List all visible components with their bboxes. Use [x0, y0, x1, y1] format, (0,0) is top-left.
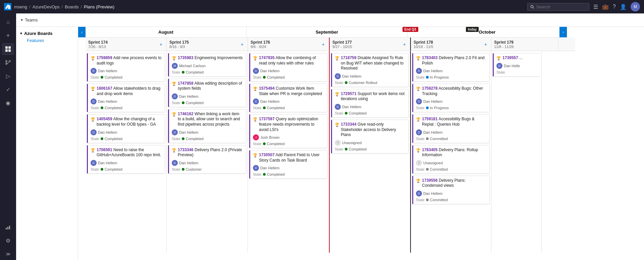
user-icon[interactable]: 👤	[620, 4, 627, 10]
state-dot	[101, 137, 103, 140]
state-dot	[263, 142, 266, 145]
collapse-arrow-icon: ▼	[20, 18, 23, 22]
card-1405459[interactable]: 🏆 1405459 Allow the changing of a backlo…	[87, 114, 165, 143]
state-dot	[345, 148, 347, 150]
search-box[interactable]	[527, 3, 589, 11]
feature-icon: 🏆	[172, 56, 176, 60]
card-1746162[interactable]: 🏆 1746162 When linking a work item to a …	[168, 109, 246, 143]
avatar[interactable]: M	[631, 2, 640, 11]
top-nav: mseng / AzureDevOps / Boards / Plans (Pr…	[0, 0, 644, 13]
feature-icon: 🏆	[496, 56, 501, 60]
card-1735983[interactable]: 🏆 1735983 Engineering Improvements M Mic…	[168, 53, 246, 77]
sprint-174-header: Sprint 174 7/26 - 8/13 +	[86, 38, 167, 51]
card-1733346[interactable]: 🏆 1733346 Delivery Plans 2.0 (Private Pr…	[168, 145, 246, 174]
feature-icon: 🏆	[416, 117, 421, 122]
card-1706591[interactable]: 🏆 1706591 Need to raise the GitHub+Azure…	[87, 145, 165, 174]
sidebar-icon-artifacts[interactable]: ◉	[2, 97, 14, 109]
feature-icon: 🏆	[91, 117, 95, 122]
avatar-jb: J	[253, 134, 259, 140]
card-1759278[interactable]: 🏆 1759278 Accessibility Bugs: Other Trac…	[412, 84, 490, 112]
avatar-dan: D	[172, 93, 178, 99]
card-1606167[interactable]: 🏆 1606167 Allow stakeholders to drag and…	[87, 84, 165, 112]
card-1747935[interactable]: 🏆 1747935 Allow the combining of read on…	[249, 53, 327, 82]
sidebar-icon-expand[interactable]: ≫	[2, 248, 14, 260]
content-area: ▼ Azure Boards Features ‹ August Septemb…	[16, 27, 644, 260]
state-dot	[426, 137, 429, 140]
svg-line-12	[7, 62, 9, 64]
state-dot	[426, 168, 429, 171]
search-icon	[530, 5, 534, 9]
card-1737597[interactable]: 🏆 1737597 Query auto optimization featur…	[249, 114, 327, 148]
feature-icon: 🏆	[172, 112, 176, 117]
svg-rect-14	[7, 227, 8, 229]
svg-point-9	[6, 63, 7, 64]
sep1: /	[29, 4, 31, 9]
feature-icon: 🏆	[335, 56, 339, 60]
team-collapse-icon: ▼	[19, 32, 23, 35]
card-1739557[interactable]: 🏆 1739557 ... D Dan Helle State	[493, 53, 540, 77]
briefcase-icon[interactable]: 💼	[602, 4, 609, 10]
section-name[interactable]: Boards	[65, 4, 78, 9]
sidebar-icon-pipelines[interactable]: ▷	[2, 70, 14, 82]
feature-icon: 🏆	[253, 117, 258, 122]
avatar-dan: D	[91, 98, 97, 104]
card-1575494[interactable]: 🏆 1575494 Customize Work Item State when…	[249, 84, 327, 112]
avatar-dan: D	[91, 68, 97, 74]
avatar-dan: D	[172, 129, 178, 135]
sidebar-icon-home[interactable]: ⌂	[2, 16, 14, 28]
card-1783403[interactable]: 🏆 1783403 Delivery Plans 2.0 Fit and Pol…	[412, 53, 490, 82]
month-september: September	[247, 27, 408, 37]
state-dot	[182, 168, 184, 171]
feature-icon: 🏆	[91, 86, 95, 91]
svg-rect-4	[5, 46, 8, 49]
scroll-right-button[interactable]: ›	[559, 27, 567, 37]
project-name[interactable]: AzureDevOps	[33, 4, 60, 9]
state-dot	[426, 106, 429, 109]
sidebar-icon-testplans[interactable]: ✓	[2, 83, 14, 95]
card-1759181[interactable]: 🏆 1759181 Accessibility Bugs & Replat : …	[412, 114, 490, 143]
state-dot	[182, 137, 184, 140]
card-1718759[interactable]: 🏆 1718759 Disable Assigned To Rule on Bu…	[331, 53, 409, 87]
sidebar-icon-boards[interactable]	[2, 43, 14, 55]
sidebar-icon-settings[interactable]: ⚙	[2, 234, 14, 247]
state-dot	[345, 81, 347, 84]
feature-icon: 🏆	[416, 86, 421, 91]
card-1739556[interactable]: 🏆 1739556 Delivery Plans: Condensed view…	[412, 176, 490, 204]
card-1747858[interactable]: 🏆 1747858 Allow editing description of s…	[168, 79, 246, 107]
avatar-dan: D	[416, 68, 422, 74]
feature-icon: 🏆	[335, 92, 339, 96]
sidebar-icon-repos[interactable]	[2, 56, 14, 69]
month-august: August	[86, 27, 247, 37]
card-1733344[interactable]: 🏆 1733344 Give read-only Stakeholder acc…	[331, 120, 409, 154]
card-1759859[interactable]: 🏆 1759859 Add new process events to audi…	[87, 53, 165, 82]
card-1730507[interactable]: 🏆 1730507 Add Parent Field to User Story…	[249, 150, 327, 179]
svg-point-8	[6, 60, 7, 62]
sprint-177-add-button[interactable]: +	[402, 41, 407, 48]
team-feature-link[interactable]: Features	[16, 37, 78, 44]
list-icon[interactable]: ☰	[593, 4, 598, 10]
card-1729571[interactable]: 🏆 1729571 Support for work items not ite…	[331, 89, 409, 118]
card-1783405[interactable]: 🏆 1783405 Delivery Plans: Rollup Informa…	[412, 145, 490, 174]
sprint-178-header: Sprint 178 10/18 - 11/5 +	[410, 38, 491, 51]
svg-rect-15	[9, 226, 10, 229]
board-area[interactable]: ‹ August September October ›	[78, 27, 644, 260]
feature-icon: 🏆	[253, 153, 258, 158]
sprint-178-add-button[interactable]: +	[483, 41, 488, 48]
avatar-dan: D	[253, 68, 259, 74]
svg-point-10	[9, 60, 10, 62]
avatar-dan: D	[416, 190, 422, 197]
sprint-175-add-button[interactable]: +	[239, 41, 245, 48]
sprint-174-add-button[interactable]: +	[158, 41, 164, 48]
sidebar-icon-new[interactable]: +	[2, 30, 14, 42]
help-icon[interactable]: ?	[613, 4, 616, 10]
svg-rect-7	[8, 49, 11, 52]
org-name[interactable]: mseng	[14, 4, 27, 9]
sprint-176-header: Sprint 176 9/6 - 9/24 +	[248, 38, 329, 51]
search-input[interactable]	[536, 4, 586, 9]
scroll-left-button[interactable]: ‹	[78, 27, 86, 37]
team-group-header[interactable]: ▼ Azure Boards	[16, 30, 78, 37]
sidebar-icon-analytics[interactable]	[2, 221, 14, 233]
avatar-unassigned: ?	[416, 160, 422, 166]
sprint-176-add-button[interactable]: +	[321, 41, 326, 48]
teams-toggle[interactable]: ▼ Teams	[20, 17, 38, 23]
